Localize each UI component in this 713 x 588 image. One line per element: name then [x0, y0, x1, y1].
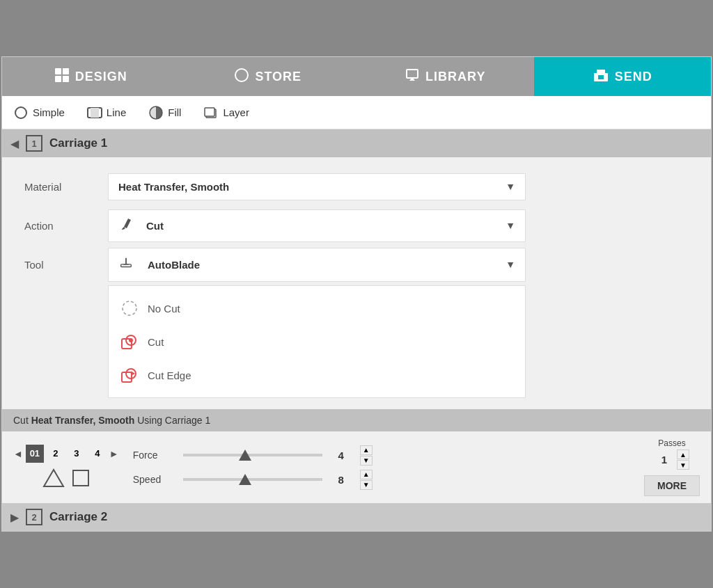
speed-up-button[interactable]: ▲ [360, 470, 373, 479]
passes-control: 1 ▲ ▼ [655, 450, 689, 470]
material-label: Material [24, 181, 108, 193]
svg-rect-16 [205, 108, 214, 116]
force-stepper: ▲ ▼ [360, 445, 373, 466]
speed-value: 8 [331, 474, 352, 486]
pass-selector: ◄ 01 2 3 4 ► [13, 445, 119, 463]
fill-icon [148, 105, 164, 120]
speed-slider[interactable] [183, 478, 322, 481]
force-down-button[interactable]: ▼ [360, 456, 373, 466]
action-dropdown-arrow: ▼ [506, 220, 515, 231]
tool-dropdown-arrow: ▼ [506, 259, 515, 270]
option-cut[interactable]: Cut [109, 325, 525, 358]
cut-edge-icon [120, 365, 139, 385]
svg-rect-9 [597, 70, 605, 73]
force-up-button[interactable]: ▲ [360, 445, 373, 455]
svg-marker-26 [44, 470, 63, 486]
action-dropdown-panel: No Cut Cut [108, 285, 526, 398]
pass-num-1[interactable]: 01 [26, 445, 44, 463]
simple-icon [13, 105, 29, 120]
top-nav: DESIGN STORE LIBRARY [2, 57, 711, 96]
material-dropdown-arrow: ▼ [506, 181, 515, 192]
passes-section: Passes 1 ▲ ▼ [655, 438, 689, 470]
square-icon [72, 469, 90, 490]
store-icon [234, 67, 249, 86]
svg-rect-1 [63, 68, 69, 74]
nav-store-label: STORE [255, 70, 301, 84]
nav-store[interactable]: STORE [180, 57, 357, 96]
subnav-line[interactable]: Line [87, 105, 126, 120]
status-prefix: Cut [13, 415, 31, 426]
option-cut-edge[interactable]: Cut Edge [109, 358, 525, 392]
material-dropdown[interactable]: Heat Transfer, Smooth ▼ [108, 173, 526, 200]
triangle-icon [42, 468, 65, 491]
speed-thumb[interactable] [239, 474, 251, 485]
pass-num-4[interactable]: 4 [88, 445, 107, 463]
carriage2-header[interactable]: ▶ 2 Carriage 2 [2, 503, 711, 531]
carriage1-collapse-arrow[interactable]: ◀ [10, 137, 19, 150]
action-value: Cut [146, 220, 164, 232]
action-row: Action Cut ▼ [24, 207, 689, 244]
force-track [183, 454, 322, 456]
subnav-simple[interactable]: Simple [13, 105, 65, 120]
material-value: Heat Transfer, Smooth [118, 181, 229, 193]
svg-point-23 [129, 338, 133, 342]
force-slider[interactable] [183, 454, 322, 456]
passes-down-button[interactable]: ▼ [677, 460, 689, 470]
force-thumb[interactable] [239, 450, 251, 461]
design-icon [54, 67, 70, 86]
no-cut-icon [120, 299, 139, 318]
pass-num-2[interactable]: 2 [47, 445, 65, 463]
nav-design[interactable]: DESIGN [2, 57, 180, 96]
carriage1-settings: Material Heat Transfer, Smooth ▼ Action … [2, 157, 711, 409]
force-value: 4 [331, 450, 352, 461]
status-suffix: Using Carriage 1 [134, 415, 210, 426]
subnav-line-label: Line [107, 106, 126, 118]
line-icon [87, 105, 102, 120]
speed-stepper: ▲ ▼ [360, 470, 373, 490]
shape-icons [42, 468, 90, 491]
autoblade-icon [118, 255, 134, 274]
force-speed-section: Force 4 ▲ ▼ Speed [133, 445, 630, 490]
option-cut-edge-label: Cut Edge [148, 370, 191, 381]
nav-library-label: LIBRARY [425, 70, 485, 84]
carriage1-title: Carriage 1 [49, 136, 107, 150]
option-cut-label: Cut [148, 336, 164, 348]
subnav-fill-label: Fill [168, 106, 181, 118]
option-no-cut-label: No Cut [148, 303, 180, 315]
subnav-fill[interactable]: Fill [148, 105, 181, 120]
carriage1-header[interactable]: ◀ 1 Carriage 1 [2, 129, 711, 157]
carriage2-number: 2 [26, 509, 42, 525]
subnav-layer[interactable]: Layer [203, 105, 249, 120]
speed-label: Speed [133, 474, 175, 485]
tool-dropdown[interactable]: AutoBlade ▼ [108, 248, 526, 282]
pass-next-arrow[interactable]: ► [109, 448, 119, 459]
carriage1-number: 1 [26, 135, 42, 152]
more-button[interactable]: MORE [644, 475, 700, 496]
passes-up-button[interactable]: ▲ [677, 450, 689, 459]
cut-icon [120, 332, 139, 351]
tool-row: Tool AutoBlade ▼ [24, 246, 689, 283]
speed-down-button[interactable]: ▼ [360, 480, 373, 490]
svg-rect-10 [598, 75, 604, 79]
carriage2-expand-arrow[interactable]: ▶ [10, 511, 19, 524]
svg-rect-27 [73, 470, 88, 486]
tool-label: Tool [24, 259, 108, 271]
pass-num-3[interactable]: 3 [68, 445, 86, 463]
speed-track [183, 478, 322, 481]
action-dropdown[interactable]: Cut ▼ [108, 209, 526, 242]
option-no-cut[interactable]: No Cut [109, 292, 525, 325]
passes-value: 1 [655, 454, 674, 466]
nav-send[interactable]: SEND [534, 57, 712, 96]
force-label: Force [133, 450, 175, 461]
sub-nav: Simple Line Fill [2, 96, 711, 129]
layer-icon [203, 105, 219, 120]
nav-library[interactable]: LIBRARY [356, 57, 534, 96]
pass-prev-arrow[interactable]: ◄ [13, 448, 23, 459]
passes-stepper: ▲ ▼ [677, 450, 689, 470]
status-bar: Cut Heat Transfer, Smooth Using Carriage… [2, 409, 711, 431]
subnav-simple-label: Simple [33, 106, 65, 118]
action-label: Action [24, 220, 108, 232]
svg-rect-3 [63, 76, 69, 82]
cut-controls: ◄ 01 2 3 4 ► [2, 431, 711, 503]
cut-blade-icon [118, 217, 132, 235]
